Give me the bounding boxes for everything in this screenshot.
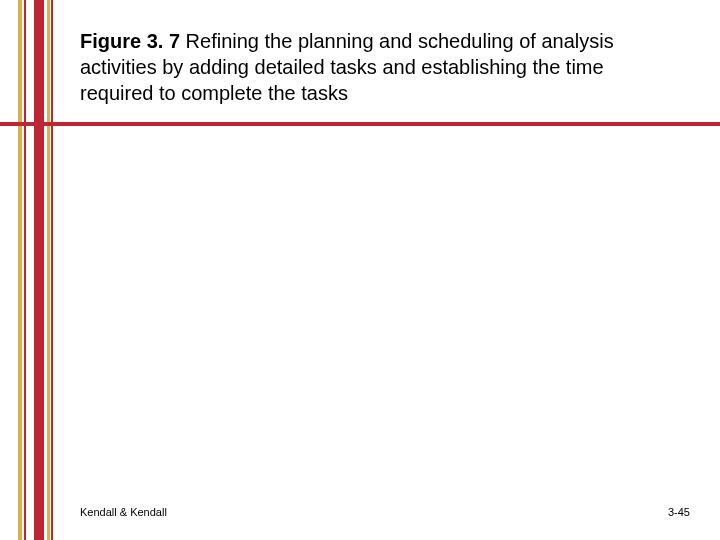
slide-title: Figure 3. 7 Refining the planning and sc… [80, 28, 675, 106]
decorative-stripe [34, 0, 44, 540]
decorative-stripe [18, 0, 22, 540]
slide: Figure 3. 7 Refining the planning and sc… [0, 0, 720, 540]
divider-line [0, 122, 720, 126]
decorative-stripe [51, 0, 53, 540]
decorative-stripe [47, 0, 50, 540]
figure-label: Figure 3. 7 [80, 30, 180, 52]
footer-author: Kendall & Kendall [80, 506, 167, 518]
decorative-stripe [24, 0, 26, 540]
footer-page-number: 3-45 [668, 506, 690, 518]
